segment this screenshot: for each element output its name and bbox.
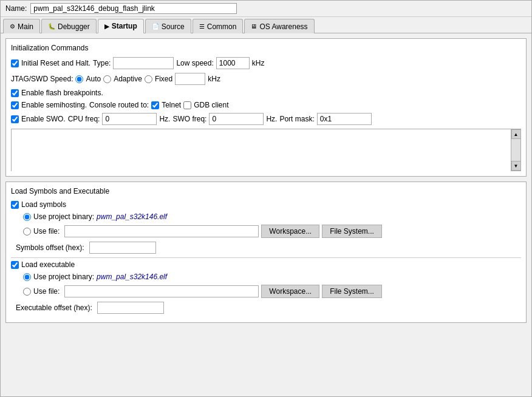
use-project-binary1-row: Use project binary: pwm_pal_s32k146.elf: [11, 212, 521, 221]
initial-reset-checkbox[interactable]: [11, 59, 19, 67]
use-project-binary1-radio[interactable]: [23, 213, 31, 221]
tab-startup[interactable]: ▶ Startup: [98, 19, 144, 33]
init-section-title: Initialization Commands: [11, 44, 521, 52]
symbols-section: Load Symbols and Executable Load symbols…: [5, 182, 527, 323]
tab-debugger-label: Debugger: [58, 22, 90, 31]
tab-debugger[interactable]: 🐛 Debugger: [41, 19, 97, 33]
init-scrollbar: ▲ ▼: [511, 129, 520, 171]
source-icon: 📄: [152, 23, 159, 30]
auto-radio[interactable]: [75, 75, 83, 83]
use-file2-radio[interactable]: [23, 288, 31, 296]
use-project-binary1-label: Use project binary:: [23, 212, 94, 221]
use-file2-row: Use file: Workspace... File System...: [11, 285, 521, 298]
os-icon: 🖥: [251, 23, 257, 30]
cpu-freq-input[interactable]: [102, 113, 157, 125]
low-speed-label: Low speed:: [176, 59, 213, 67]
workspace2-btn[interactable]: Workspace...: [261, 285, 319, 298]
load-symbols-checkbox[interactable]: [11, 201, 19, 209]
symbols-offset-input[interactable]: [89, 242, 156, 254]
swo-freq-label: SWO freq:: [172, 115, 206, 123]
semihosting-text: Enable semihosting.: [21, 101, 87, 109]
fixed-radio[interactable]: [145, 75, 152, 83]
scroll-up-arrow[interactable]: ▲: [511, 129, 521, 139]
swo-row: Enable SWO. CPU freq: Hz. SWO freq: Hz. …: [11, 113, 521, 125]
semihosting-checkbox[interactable]: [11, 101, 19, 109]
swo-label: Enable SWO.: [11, 115, 66, 123]
load-symbols-row: Load symbols: [11, 200, 521, 209]
tab-main-label: Main: [18, 22, 33, 31]
semihosting-label: Enable semihosting.: [11, 101, 87, 109]
filesystem1-btn[interactable]: File System...: [322, 225, 382, 238]
swo-checkbox[interactable]: [11, 115, 19, 123]
khz-label2: kHz: [208, 75, 220, 83]
load-symbols-label: Load symbols: [11, 200, 66, 209]
telnet-checkbox[interactable]: [151, 101, 159, 109]
init-commands-area: ▲ ▼: [11, 129, 521, 171]
load-executable-label: Load executable: [11, 260, 75, 269]
fixed-radio-label: Fixed: [145, 75, 172, 83]
initial-reset-row: Initial Reset and Halt. Type: Low speed:…: [11, 57, 521, 69]
khz-label1: kHz: [252, 59, 265, 67]
type-input[interactable]: [113, 57, 174, 69]
fixed-speed-input[interactable]: [175, 73, 205, 85]
auto-radio-label: Auto: [75, 75, 101, 83]
tab-startup-label: Startup: [112, 22, 137, 30]
tab-bar: ⚙ Main 🐛 Debugger ▶ Startup 📄 Source ☰ C…: [1, 17, 531, 33]
name-input[interactable]: [30, 3, 237, 14]
tab-os-label: OS Awareness: [259, 22, 307, 31]
use-project-binary2-radio[interactable]: [23, 273, 31, 281]
symbols-section-title: Load Symbols and Executable: [11, 187, 521, 195]
semihosting-row: Enable semihosting. Console routed to: T…: [11, 101, 521, 109]
common-icon: ☰: [199, 23, 205, 30]
flash-breakpoints-row: Enable flash breakpoints.: [11, 89, 521, 97]
use-file2-input[interactable]: [64, 285, 259, 297]
use-file1-radio[interactable]: [23, 228, 31, 236]
executable-offset-input[interactable]: [97, 302, 164, 314]
hz1-label: Hz.: [159, 115, 170, 123]
load-symbols-text: Load symbols: [21, 200, 66, 209]
use-project-binary2-value: pwm_pal_s32k146.elf: [97, 273, 167, 281]
init-commands-textarea[interactable]: [12, 132, 511, 173]
use-project-binary1-text: Use project binary:: [33, 212, 94, 221]
jtag-label: JTAG/SWD Speed:: [11, 75, 73, 83]
load-executable-checkbox[interactable]: [11, 261, 19, 269]
use-file1-input[interactable]: [64, 225, 259, 237]
tab-common-label: Common: [207, 22, 237, 31]
adaptive-radio[interactable]: [103, 75, 111, 83]
telnet-label: Telnet: [151, 101, 181, 109]
use-file1-label: Use file:: [23, 227, 60, 236]
cpu-freq-label: CPU freq:: [68, 115, 100, 123]
debugger-icon: 🐛: [48, 23, 55, 30]
executable-offset-row: Executable offset (hex):: [11, 302, 521, 314]
gdb-checkbox[interactable]: [183, 101, 191, 109]
use-file1-row: Use file: Workspace... File System...: [11, 225, 521, 238]
load-executable-row: Load executable: [11, 260, 521, 269]
main-window: Name: ⚙ Main 🐛 Debugger ▶ Startup 📄 Sour…: [0, 0, 532, 397]
port-mask-label: Port mask:: [279, 115, 314, 123]
telnet-text: Telnet: [162, 101, 181, 109]
use-project-binary2-text: Use project binary:: [33, 273, 94, 281]
initial-reset-label: Initial Reset and Halt.: [11, 59, 90, 67]
low-speed-input[interactable]: [216, 57, 250, 69]
main-icon: ⚙: [10, 23, 15, 30]
content-area: Initialization Commands Initial Reset an…: [1, 33, 531, 396]
port-mask-input[interactable]: [317, 113, 372, 125]
startup-icon: ▶: [104, 23, 109, 30]
scroll-down-arrow[interactable]: ▼: [511, 161, 521, 171]
workspace1-btn[interactable]: Workspace...: [261, 225, 319, 238]
use-project-binary2-row: Use project binary: pwm_pal_s32k146.elf: [11, 273, 521, 281]
separator1: [11, 257, 521, 258]
load-executable-text: Load executable: [21, 260, 75, 269]
fixed-text: Fixed: [155, 75, 172, 83]
adaptive-text: Adaptive: [114, 75, 142, 83]
swo-freq-input[interactable]: [209, 113, 264, 125]
symbols-offset-row: Symbols offset (hex):: [11, 242, 521, 254]
adaptive-radio-label: Adaptive: [103, 75, 142, 83]
executable-offset-label: Executable offset (hex):: [16, 304, 92, 312]
filesystem2-btn[interactable]: File System...: [322, 285, 382, 298]
tab-source[interactable]: 📄 Source: [145, 19, 191, 33]
tab-common[interactable]: ☰ Common: [193, 19, 244, 33]
flash-breakpoints-checkbox[interactable]: [11, 89, 19, 97]
tab-main[interactable]: ⚙ Main: [3, 19, 40, 33]
tab-os-awareness[interactable]: 🖥 OS Awareness: [244, 19, 314, 33]
